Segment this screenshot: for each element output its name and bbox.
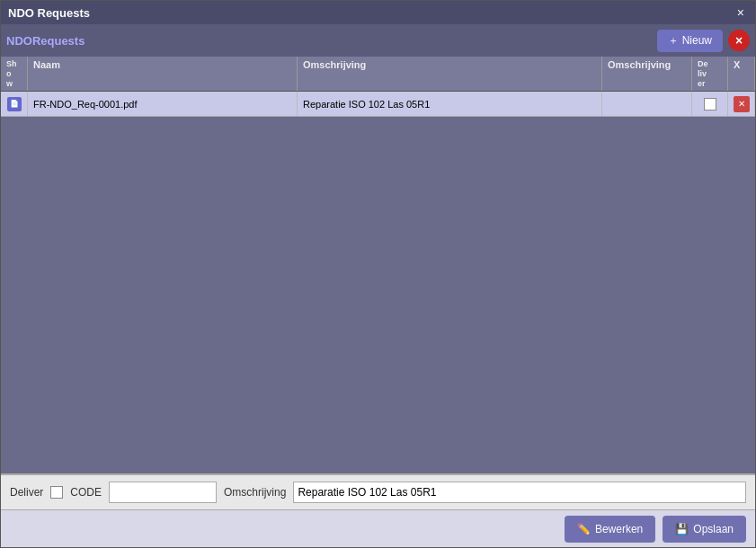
row-x: ✕ — [728, 92, 755, 116]
deliver-header-text: De liv er — [698, 59, 722, 88]
title-bar: NDO Requests × — [1, 1, 755, 24]
toolbar-right: ＋ Nieuw × — [657, 30, 750, 52]
close-red-button[interactable]: × — [728, 30, 750, 51]
row-deliver — [692, 92, 728, 116]
new-button[interactable]: ＋ Nieuw — [657, 30, 723, 52]
deliver-checkbox[interactable] — [704, 98, 716, 110]
main-window: NDO Requests × NDORequests ＋ Nieuw × Sh … — [0, 0, 756, 548]
form-deliver-checkbox[interactable] — [50, 486, 63, 499]
omschrijving-label: Omschrijving — [224, 486, 286, 499]
window-close-button[interactable]: × — [734, 5, 748, 20]
col-deliver: De liv er — [692, 57, 728, 91]
col-show: Sh o w — [1, 57, 28, 91]
row-naam: FR-NDO_Req-0001.pdf — [28, 92, 298, 116]
plus-icon: ＋ — [668, 33, 679, 49]
bottom-form: Deliver CODE Omschrijving — [1, 473, 755, 509]
deliver-label: Deliver — [10, 486, 43, 499]
bewerken-label: Bewerken — [595, 523, 643, 535]
row-omschrijving: Reparatie ISO 102 Las 05R1 — [298, 92, 602, 116]
col-naam: Naam — [28, 57, 298, 91]
table-body: 📄 FR-NDO_Req-0001.pdf Reparatie ISO 102 … — [1, 92, 755, 117]
window-title: NDO Requests — [8, 6, 90, 20]
table-container: Sh o w Naam Omschrijving Omschrijving De… — [1, 57, 755, 473]
opslaan-label: Opslaan — [693, 523, 734, 535]
app-title: NDORequests — [6, 34, 84, 48]
close-red-icon: × — [735, 33, 743, 48]
save-icon: 💾 — [675, 523, 689, 535]
code-label: CODE — [70, 486, 102, 499]
table-row[interactable]: 📄 FR-NDO_Req-0001.pdf Reparatie ISO 102 … — [1, 92, 755, 117]
bewerken-button[interactable]: ✏️ Bewerken — [565, 516, 655, 543]
code-input[interactable] — [109, 482, 217, 503]
show-header-text: Sh o w — [6, 59, 22, 88]
delete-icon: ✕ — [734, 96, 750, 112]
row-omschrijving2 — [602, 92, 692, 116]
col-omschrijving: Omschrijving — [298, 57, 602, 91]
new-button-label: Nieuw — [682, 34, 712, 47]
col-omschrijving2: Omschrijving — [602, 57, 692, 91]
bottom-actions: ✏️ Bewerken 💾 Opslaan — [1, 509, 755, 547]
empty-area — [1, 117, 755, 473]
content-area: Sh o w Naam Omschrijving Omschrijving De… — [1, 57, 755, 473]
pencil-icon: ✏️ — [577, 523, 591, 535]
opslaan-button[interactable]: 💾 Opslaan — [663, 516, 746, 543]
toolbar: NDORequests ＋ Nieuw × — [1, 24, 755, 57]
file-icon: 📄 — [7, 97, 22, 111]
row-show: 📄 — [1, 92, 28, 116]
col-x: X — [728, 57, 755, 91]
table-header: Sh o w Naam Omschrijving Omschrijving De… — [1, 57, 755, 92]
delete-button[interactable]: ✕ — [734, 96, 750, 112]
omschrijving-input[interactable] — [293, 482, 746, 503]
